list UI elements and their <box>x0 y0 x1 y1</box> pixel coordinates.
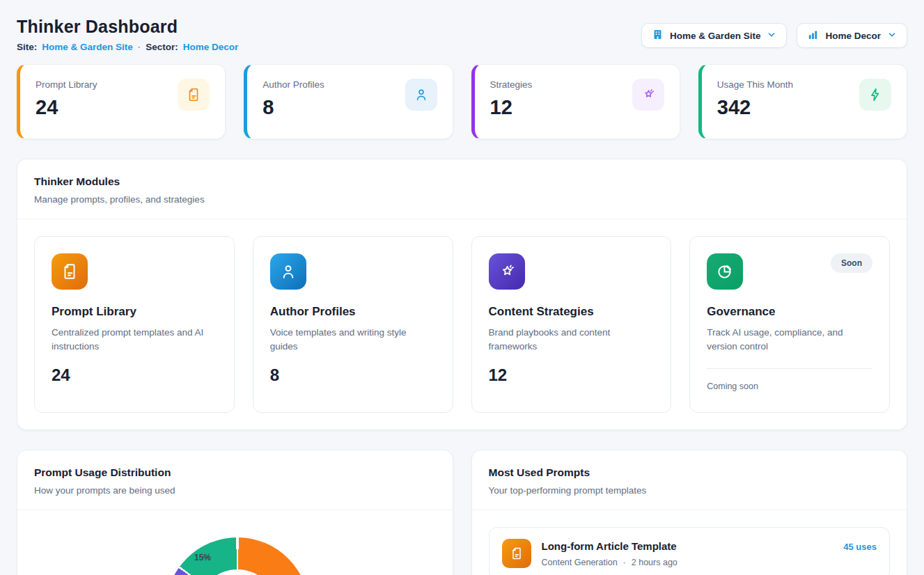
separator-dot: · <box>623 558 626 567</box>
prompts-card-header: Most Used Prompts Your top-performing pr… <box>472 450 907 510</box>
module-card-prompt-library[interactable]: Prompt Library Centralized prompt templa… <box>34 236 235 413</box>
user-icon <box>270 253 306 290</box>
prompt-list: Long-form Article Template Content Gener… <box>472 510 907 575</box>
prompt-item-uses-badge: 45 uses <box>843 542 877 552</box>
soon-badge: Soon <box>831 253 872 273</box>
bar-chart-icon <box>807 29 819 42</box>
modules-subtitle: Manage prompts, profiles, and strategies <box>34 194 890 205</box>
prompts-card-title: Most Used Prompts <box>489 466 891 479</box>
donut-chart <box>166 537 309 575</box>
module-count: 24 <box>52 365 217 385</box>
sparkle-star-icon <box>632 79 664 111</box>
chevron-down-icon <box>767 30 776 42</box>
prompt-item-meta: Content Generation · 2 hours ago <box>542 558 833 567</box>
stat-card-usage: Usage This Month 342 <box>698 64 907 139</box>
prompt-item-category: Content Generation <box>542 558 618 567</box>
separator-dot: · <box>138 42 141 52</box>
modules-grid: Prompt Library Centralized prompt templa… <box>17 219 907 430</box>
header-left: Thinker Dashboard Site: Home & Garden Si… <box>17 17 238 52</box>
sector-link[interactable]: Home Decor <box>183 42 239 52</box>
document-icon <box>52 253 88 290</box>
user-icon <box>405 79 437 111</box>
header-actions: Home & Garden Site Home Decor <box>641 23 907 48</box>
breadcrumb: Site: Home & Garden Site · Sector: Home … <box>17 42 238 52</box>
stat-card-prompt-library: Prompt Library 24 <box>17 64 226 139</box>
module-count: 12 <box>489 365 655 385</box>
page-title: Thinker Dashboard <box>17 17 238 37</box>
prompt-item-time: 2 hours ago <box>632 558 678 567</box>
prompt-usage-distribution-card: Prompt Usage Distribution How your promp… <box>17 450 453 575</box>
pie-chart-icon <box>707 253 743 290</box>
module-title: Prompt Library <box>52 305 217 319</box>
prompt-item-title: Long-form Article Template <box>542 540 833 552</box>
lightning-icon <box>859 79 891 111</box>
chevron-down-icon <box>887 30 897 42</box>
module-description: Track AI usage, compliance, and version … <box>707 326 872 354</box>
site-label: Site: <box>17 42 37 52</box>
usage-card-subtitle: How your prompts are being used <box>34 485 436 496</box>
module-description: Brand playbooks and content frameworks <box>489 326 655 354</box>
module-description: Voice templates and writing style guides <box>270 326 436 354</box>
document-icon <box>502 539 531 568</box>
sector-selector-dropdown[interactable]: Home Decor <box>797 23 907 48</box>
modules-title: Thinker Modules <box>34 175 890 188</box>
sector-label: Sector: <box>146 42 178 52</box>
module-title: Content Strategies <box>489 305 655 319</box>
stats-row: Prompt Library 24 Author Profiles 8 Stra… <box>17 64 907 139</box>
module-description: Centralized prompt templates and AI inst… <box>52 326 217 354</box>
module-card-governance[interactable]: Soon Governance Track AI usage, complian… <box>689 236 890 413</box>
site-link[interactable]: Home & Garden Site <box>42 42 133 52</box>
stat-card-strategies: Strategies 12 <box>471 64 680 139</box>
dashboard-page: Thinker Dashboard Site: Home & Garden Si… <box>0 0 924 575</box>
module-title: Author Profiles <box>270 305 436 319</box>
thinker-modules-panel: Thinker Modules Manage prompts, profiles… <box>17 159 907 430</box>
site-selector-dropdown[interactable]: Home & Garden Site <box>641 23 788 48</box>
stat-card-author-profiles: Author Profiles 8 <box>244 64 453 139</box>
sparkle-star-icon <box>489 253 525 290</box>
sector-selector-label: Home Decor <box>825 31 881 41</box>
module-title: Governance <box>707 305 872 319</box>
site-selector-label: Home & Garden Site <box>670 31 761 41</box>
donut-segment-label: 15% <box>194 553 211 562</box>
module-count: 8 <box>270 365 436 385</box>
building-icon <box>652 29 664 42</box>
divider <box>707 368 872 369</box>
header: Thinker Dashboard Site: Home & Garden Si… <box>17 17 907 52</box>
document-icon <box>178 79 210 111</box>
usage-card-header: Prompt Usage Distribution How your promp… <box>17 450 453 510</box>
coming-soon-text: Coming soon <box>707 381 872 391</box>
module-card-content-strategies[interactable]: Content Strategies Brand playbooks and c… <box>471 236 672 413</box>
modules-header: Thinker Modules Manage prompts, profiles… <box>17 159 907 219</box>
prompt-list-item[interactable]: Long-form Article Template Content Gener… <box>489 527 891 575</box>
prompts-card-subtitle: Your top-performing prompt templates <box>489 485 891 496</box>
bottom-row: Prompt Usage Distribution How your promp… <box>17 450 907 575</box>
donut-chart-area: 15% <box>17 510 453 575</box>
usage-card-title: Prompt Usage Distribution <box>34 466 436 479</box>
module-card-author-profiles[interactable]: Author Profiles Voice templates and writ… <box>253 236 453 413</box>
most-used-prompts-card: Most Used Prompts Your top-performing pr… <box>471 450 908 575</box>
prompt-item-body: Long-form Article Template Content Gener… <box>542 539 833 567</box>
